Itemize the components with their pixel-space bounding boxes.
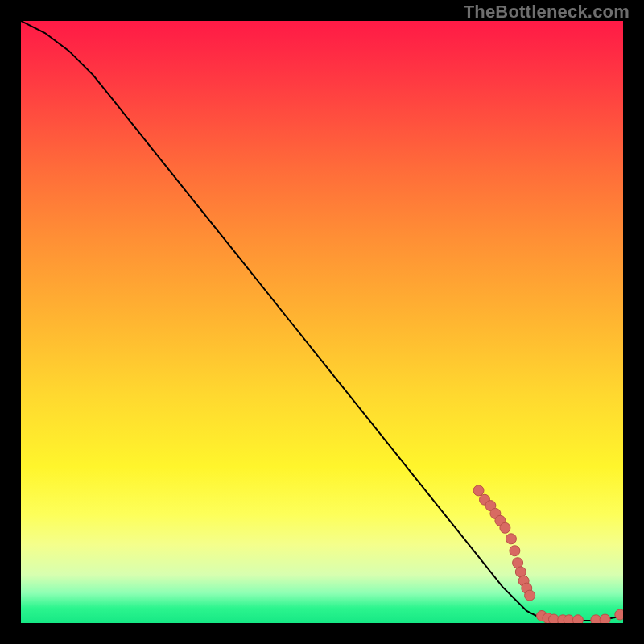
marker-dot xyxy=(572,615,583,623)
plot-area xyxy=(21,21,623,623)
watermark-text: TheBottleneck.com xyxy=(464,2,630,23)
marker-group xyxy=(473,485,623,623)
marker-dot xyxy=(615,609,623,620)
marker-dot xyxy=(600,614,610,623)
curve-line xyxy=(21,21,623,621)
chart-overlay xyxy=(21,21,623,623)
marker-dot xyxy=(473,485,484,496)
chart-frame: TheBottleneck.com xyxy=(0,0,644,644)
marker-dot xyxy=(500,522,510,533)
marker-dot xyxy=(525,590,535,601)
marker-dot xyxy=(510,546,520,556)
marker-dot xyxy=(506,534,516,544)
